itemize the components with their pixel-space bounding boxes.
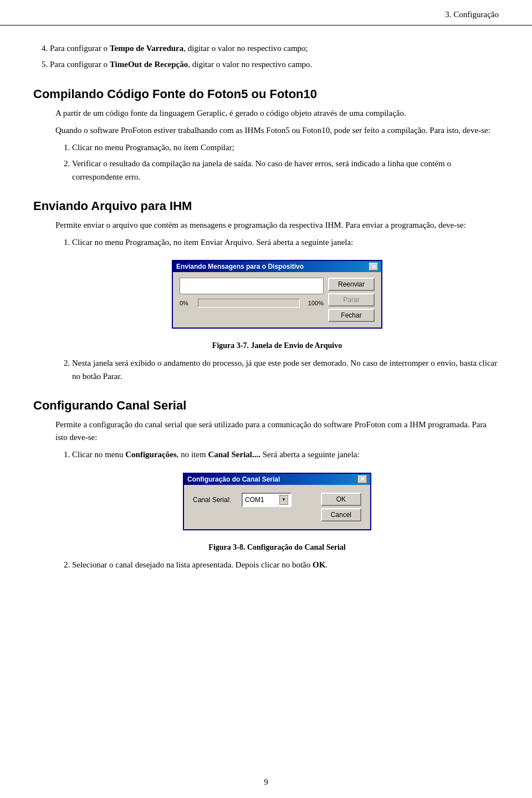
dialog2-window: Configuração do Canal Serial ✕ Canal Ser… (183, 473, 371, 530)
section2-step2-list: Nesta janela será exibido o andamento do… (72, 357, 499, 383)
list-item: Nesta janela será exibido o andamento do… (72, 357, 499, 383)
page-number: 9 (264, 777, 268, 786)
list-item: Clicar no menu Programação, no item Envi… (72, 236, 499, 249)
list-item: Selecionar o canal desejado na lista apr… (72, 559, 499, 571)
section2-step1: Clicar no menu Programação, no item Envi… (72, 238, 353, 247)
section1-steps: Clicar no menu Programação, no item Comp… (72, 141, 499, 183)
dialog2-close-btn[interactable]: ✕ (358, 475, 367, 483)
section2-step2: Nesta janela será exibido o andamento do… (72, 359, 497, 380)
section3-para1: Permite a configuração do canal serial q… (55, 418, 499, 444)
figure1-caption-text: Figura 3-7. Janela de Envio de Arquivo (212, 341, 342, 350)
dialog2-container: Configuração do Canal Serial ✕ Canal Ser… (183, 473, 371, 530)
serial-row: Canal Serial: COM1 ▼ (193, 493, 316, 507)
section1-title: Compilando Código Fonte do Foton5 ou Fot… (33, 87, 499, 101)
dialog2-title: Configuração do Canal Serial (187, 475, 280, 483)
dialog2-titlebar: Configuração do Canal Serial ✕ (184, 474, 370, 485)
dialog1-close-btn[interactable]: ✕ (369, 263, 378, 270)
dialog1-container: Enviando Mensagens para o Dispositivo ✕ … (172, 260, 382, 329)
section2-steps: Clicar no menu Programação, no item Envi… (72, 236, 499, 249)
section1-para1: A partir de um código fonte da linguagem… (55, 107, 499, 120)
step2-text: Verificar o resultado da compilação na j… (72, 159, 451, 181)
progress-label-left: 0% (180, 300, 193, 306)
list-item: Verificar o resultado da compilação na j… (72, 157, 499, 183)
dialog1-main: 0% 100% (180, 278, 324, 322)
section3-steps: Clicar no menu Configurações, no item Ca… (72, 448, 499, 461)
page-header: 3. Configuração (0, 0, 532, 25)
figure1-caption: Figura 3-7. Janela de Envio de Arquivo (55, 340, 499, 351)
header-title: 3. Configuração (445, 10, 499, 19)
combo-value: COM1 (245, 496, 264, 504)
section2-title: Enviando Arquivo para IHM (33, 199, 499, 213)
cancel-button[interactable]: Cancel (321, 508, 361, 521)
dialog1-2col: 0% 100% Reenviar Parar Fechar (180, 278, 375, 322)
page-footer: 9 (0, 777, 532, 787)
progress-bar (198, 299, 300, 308)
dialog2-buttons: OK Cancel (321, 493, 361, 521)
dialog1-progress-area: 0% 100% (180, 299, 324, 308)
serial-label: Canal Serial: (193, 496, 237, 504)
reenviar-button[interactable]: Reenviar (328, 278, 375, 291)
ok-button[interactable]: OK (321, 493, 361, 506)
dialog1-display-area (180, 278, 324, 294)
step1-text: Clicar no menu Programação, no item Comp… (72, 143, 234, 152)
section3-step2-list: Selecionar o canal desejado na lista apr… (72, 559, 499, 571)
list-item: Para configurar o TimeOut de Recepção, d… (50, 58, 499, 71)
fechar-button[interactable]: Fechar (328, 309, 375, 322)
list-item: Clicar no menu Configurações, no item Ca… (72, 448, 499, 461)
section2-para1: Permite enviar o arquivo que contém as m… (55, 219, 499, 232)
section2-body: Permite enviar o arquivo que contém as m… (55, 219, 499, 383)
intro-list: Para configurar o Tempo de Varredura, di… (50, 42, 499, 71)
dialog1-title: Enviando Mensagens para o Dispositivo (176, 263, 304, 270)
section1-body: A partir de um código fonte da linguagem… (55, 107, 499, 183)
dialog1-buttons: Reenviar Parar Fechar (328, 278, 375, 322)
parar-button[interactable]: Parar (328, 293, 375, 306)
section3-title: Configurando Canal Serial (33, 398, 499, 413)
serial-combo[interactable]: COM1 ▼ (242, 493, 291, 507)
list-item: Clicar no menu Programação, no item Comp… (72, 141, 499, 154)
combo-arrow-icon[interactable]: ▼ (279, 495, 288, 505)
dialog1-titlebar: Enviando Mensagens para o Dispositivo ✕ (173, 261, 381, 272)
dialog2-body: Canal Serial: COM1 ▼ OK Cancel (184, 485, 370, 529)
dialog1-window: Enviando Mensagens para o Dispositivo ✕ … (172, 260, 382, 329)
section3-body: Permite a configuração do canal serial q… (55, 418, 499, 571)
dialog1-body: 0% 100% Reenviar Parar Fechar (173, 272, 381, 328)
section1-para2: Quando o software ProFoton estiver traba… (55, 124, 499, 137)
dialog2-2col: Canal Serial: COM1 ▼ OK Cancel (193, 493, 361, 521)
dialog2-main: Canal Serial: COM1 ▼ (193, 493, 316, 521)
progress-label-right: 100% (304, 300, 324, 306)
page-content: Para configurar o Tempo de Varredura, di… (0, 25, 532, 608)
list-item: Para configurar o Tempo de Varredura, di… (50, 42, 499, 55)
figure2-caption-text: Figura 3-8. Configuração do Canal Serial (208, 543, 345, 551)
figure2-caption: Figura 3-8. Configuração do Canal Serial (55, 541, 499, 553)
